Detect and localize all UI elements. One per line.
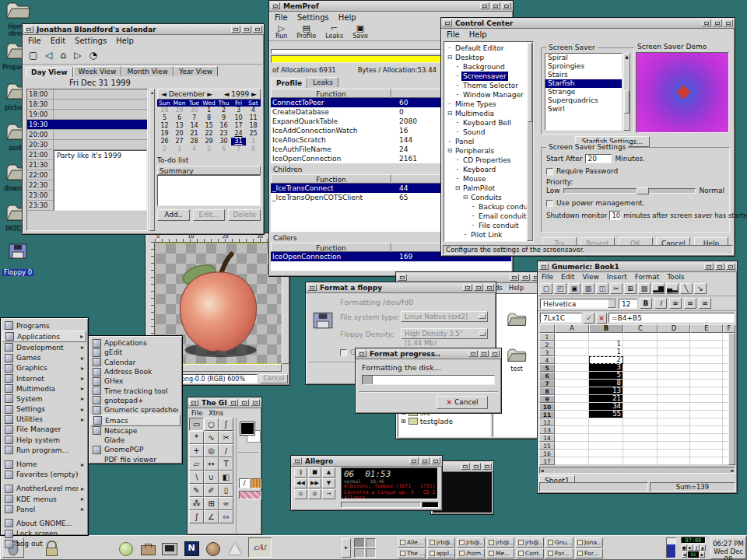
- maximize-icon[interactable]: [715, 263, 724, 270]
- menu-item[interactable]: File: [191, 409, 202, 417]
- spreadsheet-row[interactable]: 12: [539, 418, 735, 426]
- power-management-checkbox[interactable]: [546, 200, 553, 207]
- spreadsheet-row[interactable]: 16: [539, 450, 735, 457]
- tool-icon[interactable]: ▯: [219, 484, 233, 497]
- task-button[interactable]: For...: [545, 548, 573, 558]
- task-button[interactable]: Me...: [486, 548, 514, 558]
- toolbar-icon[interactable]: ▨: [638, 283, 651, 294]
- tree-item[interactable]: ⊟ Peripherals: [446, 146, 533, 156]
- spreadsheet-row[interactable]: 6 5: [539, 372, 735, 380]
- window-menu-icon[interactable]: [398, 274, 407, 281]
- cell-value[interactable]: 1: [589, 348, 623, 356]
- window-menu-icon[interactable]: [539, 263, 549, 270]
- task-button[interactable]: Cont...: [516, 548, 544, 558]
- row-header[interactable]: 8: [539, 387, 555, 395]
- todo-button[interactable]: Delete: [228, 209, 261, 221]
- calendar-day[interactable]: 10: [231, 114, 246, 122]
- mixer-applet[interactable]: [666, 537, 676, 558]
- tree-expander-icon[interactable]: -: [469, 221, 477, 230]
- transport-button[interactable]: ▼: [322, 478, 335, 488]
- drawing-launcher[interactable]: [226, 540, 244, 557]
- row-header[interactable]: 7: [539, 380, 555, 387]
- cell-value[interactable]: [589, 450, 623, 457]
- task-button[interactable]: jrb@...: [516, 537, 544, 548]
- calendar-day[interactable]: 14: [187, 122, 202, 130]
- next-year-icon[interactable]: ►: [251, 90, 257, 98]
- menu-item[interactable]: Netscape: [90, 426, 181, 436]
- cell-value[interactable]: 2: [589, 356, 623, 364]
- allegro-titlebar[interactable]: Allegro: [291, 456, 442, 467]
- menu-item[interactable]: Multimedia ▸: [2, 383, 86, 394]
- transport-button[interactable]: ▲: [322, 467, 335, 478]
- menu-item[interactable]: Time tracking tool: [90, 386, 181, 395]
- close-icon[interactable]: [482, 463, 492, 470]
- toolbar-icon[interactable]: ╲: [680, 283, 693, 294]
- desktop-icon[interactable]: Floppy 0: [0, 243, 36, 283]
- tree-item[interactable]: - Backup conduit: [446, 202, 533, 212]
- tree-expander-icon[interactable]: ⊟: [446, 146, 454, 156]
- pattern-preview[interactable]: [251, 478, 261, 488]
- transport-button[interactable]: ■: [308, 467, 321, 478]
- tree-expander-icon[interactable]: -: [454, 156, 461, 165]
- schedule-row[interactable]: 19:00: [27, 110, 147, 120]
- schedule-row[interactable]: 20:30: [27, 140, 147, 150]
- calendar-day[interactable]: 17: [231, 122, 246, 130]
- tree-expander-icon[interactable]: -: [469, 212, 477, 221]
- tool-icon[interactable]: T: [219, 457, 233, 471]
- task-button[interactable]: appl...: [427, 548, 455, 558]
- italic-button[interactable]: I: [654, 298, 667, 309]
- row-header[interactable]: 5: [539, 364, 555, 372]
- tool-icon[interactable]: ◧: [219, 471, 233, 484]
- task-button[interactable]: For...: [575, 548, 603, 558]
- minimize-icon[interactable]: [480, 2, 489, 9]
- tree-expander-icon[interactable]: -: [446, 44, 454, 53]
- tool-icon[interactable]: ◎: [204, 444, 219, 457]
- calendar-day[interactable]: 12: [157, 122, 172, 130]
- tab[interactable]: Leaks: [307, 77, 338, 87]
- column-header[interactable]: F: [723, 324, 735, 333]
- spreadsheet-row[interactable]: 2 1: [539, 341, 735, 348]
- task-button[interactable]: Gnu...: [545, 537, 573, 548]
- calendar-day[interactable]: 21: [187, 130, 202, 138]
- calendar-day[interactable]: 20: [172, 130, 187, 138]
- close-icon[interactable]: [726, 263, 735, 270]
- calendar-day[interactable]: 26: [157, 138, 172, 145]
- column-header-function[interactable]: Function: [271, 174, 391, 184]
- menu-item[interactable]: Settings: [75, 37, 107, 45]
- menu-item[interactable]: View: [583, 273, 599, 281]
- foreground-color-swatch[interactable]: [240, 422, 254, 435]
- transport-button[interactable]: →: [322, 489, 335, 499]
- row-header[interactable]: 15: [539, 442, 555, 450]
- start-after-input[interactable]: 20: [585, 154, 612, 163]
- calendar-day[interactable]: 4: [187, 145, 202, 153]
- menu-item[interactable]: Panel ▸: [2, 504, 86, 514]
- tree-item[interactable]: - Theme Selector: [446, 81, 533, 90]
- row-header[interactable]: 14: [539, 434, 555, 442]
- brush-preview[interactable]: ∕: [239, 478, 250, 488]
- window-menu-icon[interactable]: [189, 399, 198, 406]
- menu-item[interactable]: Edit: [51, 37, 65, 45]
- cell-value[interactable]: [589, 418, 623, 426]
- cd-player-applet[interactable]: 07:06 ■▶‖▲ ◀ 02 ▶: [679, 537, 707, 559]
- menu-item[interactable]: Emacs: [90, 415, 181, 425]
- menu-item[interactable]: Programs: [2, 320, 86, 331]
- menu-item[interactable]: Log out: [2, 539, 86, 549]
- menu-item[interactable]: File: [447, 30, 460, 39]
- gradient-preview[interactable]: [239, 491, 261, 499]
- todo-button[interactable]: Edit...: [193, 209, 226, 221]
- toolbox-launcher[interactable]: [139, 540, 156, 557]
- spreadsheet-row[interactable]: 7 8: [539, 380, 735, 387]
- time-label[interactable]: 21:30: [27, 160, 54, 170]
- terminal-launcher[interactable]: [161, 540, 178, 557]
- menu-item[interactable]: Xtns: [209, 409, 223, 417]
- task-button[interactable]: jrb@...: [427, 537, 455, 548]
- window-menu-icon[interactable]: [293, 457, 302, 464]
- tool-icon[interactable]: ∕: [219, 444, 233, 457]
- toolbar-icon[interactable]: ◫: [596, 283, 608, 294]
- toolbar-button[interactable]: ▷ Run: [275, 24, 287, 40]
- next-month-icon[interactable]: ►: [207, 90, 212, 98]
- menu-item[interactable]: Help: [509, 284, 524, 292]
- row-header[interactable]: 2: [539, 341, 555, 348]
- calendar-day[interactable]: 27: [172, 138, 187, 145]
- calendar-day[interactable]: 16: [216, 122, 231, 130]
